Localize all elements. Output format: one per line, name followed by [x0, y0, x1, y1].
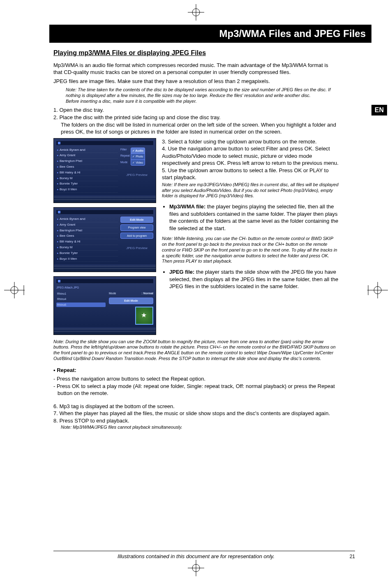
two-column-layout: Amick Byram and Amy Grant Barrington Phe… [53, 138, 339, 335]
edit-mode-button: Edit Mode [120, 217, 153, 223]
content-area: Playing mp3/WMA Files or displaying JPEG… [53, 48, 339, 430]
screenshots-column: Amick Byram and Amy Grant Barrington Phe… [53, 138, 156, 335]
list-item: Bill Haley & Hi [56, 170, 118, 176]
step-3: 3. Select a folder using the up/down arr… [162, 138, 339, 146]
step-5: 5. Use the up/down arrow buttons to sele… [162, 167, 339, 181]
bullet-mp3-label: Mp3/WMA file: [169, 203, 205, 210]
filter-video-option: ✓ Video [131, 159, 145, 166]
intro-paragraph-2: JPEG files are image files. Make sure th… [53, 78, 339, 85]
list-item: Amick Byram and [56, 217, 118, 222]
note-slideshow: Note: During the slide show you can use … [53, 339, 339, 362]
mode-label: Mode [109, 291, 116, 295]
step-4: 4. Use the navigation arrow button to se… [162, 145, 339, 167]
reg-mark-right [367, 282, 388, 300]
list-item: Rhino1 [56, 291, 106, 296]
list-item-selected: Rhino6 [56, 303, 106, 307]
list-item: Boney M [56, 176, 118, 182]
bullet-jpeg-text: the player starts the slide show with th… [169, 269, 338, 289]
jpeg-preview-label: JPEG Preview [120, 242, 153, 254]
mode-label: Mode [120, 160, 130, 164]
list-item: Bee Gees [56, 164, 118, 170]
list-item: Bee Gees [56, 233, 118, 239]
mode-value: : Normal [142, 291, 153, 295]
repeat-line-1: - Press the navigation arrow buttons to … [53, 375, 339, 383]
step-1: 1. Open the disc tray. [53, 106, 339, 114]
note-while-listening: Note: While listening, you can use the C… [162, 236, 339, 264]
bullet-mp3: Mp3/WMA file: the player begins playing … [169, 203, 339, 232]
list-item: Bonnie Tyler [56, 251, 118, 256]
list-item: Barrington Phel [56, 159, 118, 164]
intro-paragraph-1: Mp3/WMA is an audio file format which co… [53, 62, 339, 76]
list-item: Boney M [56, 245, 118, 251]
list-item: Amick Byram and [56, 148, 118, 153]
step-8-note: Note: Mp3/WMA/JPEG files cannot playback… [61, 425, 339, 430]
screenshot-jpeg-view: JPEG Attach.JPG Rhino1 Rhino4 Rhino6 Mod… [53, 276, 156, 335]
add-program-button: Add to program [120, 233, 153, 239]
step-7: 7. When the player has played all the fi… [53, 410, 339, 417]
bullet-jpeg: JPEG file: the player starts the slide s… [169, 268, 339, 290]
note-top: Note: The time taken for the contents of… [66, 87, 339, 104]
page-number: 21 [350, 554, 355, 559]
step-2-detail: The folders on the disc will be listed i… [61, 121, 339, 136]
jpeg-preview-label: JPEG Preview [120, 169, 153, 181]
reg-mark-top [188, 4, 204, 22]
list-item: Bill Haley & Hi [56, 239, 118, 245]
list-item: Boyz II Men [56, 256, 118, 262]
list-item: Barrington Phel [56, 228, 118, 234]
step-6: 6. Mp3 tag is displayed at the bottom of… [53, 403, 339, 410]
step-2: 2. Place the disc with the printed side … [53, 114, 339, 121]
list-item: Amy Grant [56, 153, 118, 159]
language-badge: EN [371, 105, 387, 115]
footer-rule [53, 551, 355, 551]
screenshot-edit-mode: Amick Byram and Amy Grant Barrington Phe… [53, 207, 156, 272]
filter-audio-option: ✓ Audio [131, 148, 145, 154]
jpeg-preview-image [135, 307, 153, 325]
list-item: Bonnie Tyler [56, 181, 118, 187]
repeat-heading: • Repeat: [53, 367, 339, 374]
filter-photo-option: ✓ Photo [131, 153, 145, 159]
filter-label: Filter [120, 148, 130, 151]
note-after-step5: Note: If there are mp3/JPEG/Video (MPEG)… [162, 182, 339, 199]
edit-mode-button: Edit Mode [109, 298, 153, 304]
step-8: 8. Press STOP to end playback. [53, 417, 339, 425]
footer-caption: Illustrations contained in this document… [0, 553, 392, 559]
program-view-button: Program view [120, 224, 153, 231]
section-title: Mp3/WMA Files and JPEG Files [219, 28, 366, 39]
reg-mark-left [4, 282, 25, 300]
steps-1-2: 1. Open the disc tray. 2. Place the disc… [53, 106, 339, 135]
jpeg-filename: JPEG Attach.JPG [56, 286, 153, 289]
repeat-line-2: - Press OK to select a play mode (All: r… [53, 383, 339, 397]
list-item: Rhino4 [56, 297, 106, 301]
subheading: Playing mp3/WMA Files or displaying JPEG… [53, 48, 339, 58]
list-item: Boyz II Men [56, 187, 118, 193]
text-column: 3. Select a folder using the up/down arr… [162, 138, 339, 294]
manual-page: Mp3/WMA Files and JPEG Files EN Playing … [0, 0, 392, 582]
bullet-jpeg-label: JPEG file: [169, 269, 194, 275]
screenshot-filter-menu: Amick Byram and Amy Grant Barrington Phe… [53, 138, 156, 203]
list-item: Amy Grant [56, 222, 118, 228]
reg-mark-bottom [188, 560, 204, 578]
section-title-bar: Mp3/WMA Files and JPEG Files [49, 25, 371, 43]
repeat-label: Repeat [120, 154, 130, 157]
